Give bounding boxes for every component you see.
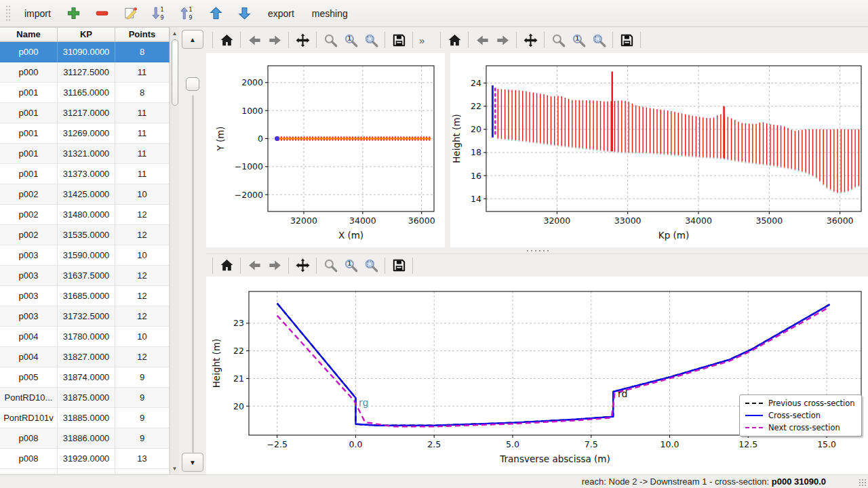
table-cell[interactable]: 8 xyxy=(115,83,170,103)
table-cell[interactable]: 11 xyxy=(115,123,170,144)
table-cell[interactable]: 11 xyxy=(115,62,170,83)
table-cell[interactable]: PontRD10... xyxy=(0,388,58,408)
import-button[interactable]: import xyxy=(20,5,55,22)
table-scrollbar[interactable]: ▲ ▼ xyxy=(170,27,179,474)
table-cell[interactable]: p003 xyxy=(0,245,58,266)
pan-button[interactable] xyxy=(292,30,313,50)
table-cell[interactable]: p003 xyxy=(0,286,58,306)
table-cell[interactable]: p002 xyxy=(0,225,58,245)
table-cell[interactable]: 31535.0000 xyxy=(58,225,115,245)
table-cell[interactable]: p001 xyxy=(0,144,58,164)
table-cell[interactable]: p005 xyxy=(0,367,58,388)
zoom-button[interactable] xyxy=(548,30,568,50)
back-button[interactable] xyxy=(472,30,492,50)
table-cell[interactable]: p004 xyxy=(0,347,58,367)
table-cell[interactable]: 31827.0000 xyxy=(58,347,115,367)
table-cell[interactable]: 31321.0000 xyxy=(58,144,115,164)
table-cell[interactable]: 12 xyxy=(115,286,170,306)
zoom-fit-button[interactable] xyxy=(361,256,381,276)
table-row[interactable]: p00831929.000013 xyxy=(0,449,170,469)
table-cell[interactable]: p002 xyxy=(0,184,58,205)
back-button[interactable] xyxy=(244,256,264,276)
slider-up-button[interactable]: ▲ xyxy=(182,30,203,49)
table-cell[interactable]: 31090.0000 xyxy=(58,42,115,62)
table-cell[interactable]: 12 xyxy=(115,306,170,327)
table-cell[interactable]: p000 xyxy=(0,42,58,62)
table-cell[interactable]: p003 xyxy=(0,306,58,327)
zoom-button[interactable] xyxy=(320,256,340,276)
slider-track[interactable] xyxy=(192,95,194,453)
table-cell[interactable]: 12 xyxy=(115,266,170,286)
slider-down-button[interactable]: ▼ xyxy=(182,453,203,472)
table-row[interactable]: p00331685.000012 xyxy=(0,286,170,306)
table-row-partial[interactable] xyxy=(0,469,170,474)
table-row[interactable]: p00331637.500012 xyxy=(0,266,170,286)
table-cell[interactable]: p004 xyxy=(0,327,58,347)
figure-splitter-vertical[interactable] xyxy=(445,53,450,247)
table-row[interactable]: p00031127.500011 xyxy=(0,62,170,83)
column-header-points[interactable]: Points xyxy=(115,28,170,41)
table-row[interactable]: PontRD101v31885.00009 xyxy=(0,408,170,428)
scrollbar-thumb[interactable] xyxy=(172,39,178,106)
table-cell[interactable]: p008 xyxy=(0,428,58,449)
move-up-button[interactable] xyxy=(207,4,226,23)
table-cell[interactable]: PontRD101v xyxy=(0,408,58,428)
table-row[interactable]: p00131373.000011 xyxy=(0,164,170,184)
table-cell[interactable]: p002 xyxy=(0,205,58,225)
pan-button[interactable] xyxy=(520,30,540,50)
table-cell[interactable]: 11 xyxy=(115,144,170,164)
back-button[interactable] xyxy=(244,30,264,50)
figure-splitter-horizontal[interactable] xyxy=(206,247,868,253)
table-cell[interactable]: 12 xyxy=(115,347,170,367)
table-row[interactable]: p00031090.00008 xyxy=(0,42,170,62)
table-row[interactable]: p00231480.000012 xyxy=(0,205,170,225)
window-resize-grip[interactable] xyxy=(859,479,867,487)
table-cell[interactable]: p000 xyxy=(0,62,58,83)
table-cell[interactable]: 11 xyxy=(115,164,170,184)
table-row[interactable]: p00231535.000012 xyxy=(0,225,170,245)
zoom-one-button[interactable]: 1 xyxy=(340,30,361,50)
table-cell[interactable]: 10 xyxy=(115,184,170,205)
table-cell[interactable]: 9 xyxy=(115,428,170,449)
table-row[interactable]: p00131269.000011 xyxy=(0,123,170,144)
table-row[interactable]: p00431780.000010 xyxy=(0,327,170,347)
table-cell[interactable]: p001 xyxy=(0,103,58,123)
table-cell[interactable]: 31217.0000 xyxy=(58,103,115,123)
sort-ascending-button[interactable]: 19 xyxy=(178,4,197,23)
forward-button[interactable] xyxy=(264,256,285,276)
toolbar-overflow-button[interactable]: » xyxy=(416,35,427,46)
table-cell[interactable]: 31480.0000 xyxy=(58,205,115,225)
table-cell[interactable]: 10 xyxy=(115,245,170,266)
table-cell[interactable]: p001 xyxy=(0,123,58,144)
table-cell[interactable]: 31886.0000 xyxy=(58,428,115,449)
table-row[interactable]: p00831886.00009 xyxy=(0,428,170,449)
scrollbar-down-arrow-icon[interactable]: ▼ xyxy=(170,464,179,473)
table-cell[interactable]: p001 xyxy=(0,164,58,184)
table-cell[interactable]: 11 xyxy=(115,103,170,123)
table-cell[interactable]: 8 xyxy=(115,42,170,62)
table-cell[interactable]: 10 xyxy=(115,327,170,347)
zoom-one-button[interactable]: 1 xyxy=(340,256,361,276)
zoom-fit-button[interactable] xyxy=(361,30,381,50)
table-cell[interactable]: 9 xyxy=(115,388,170,408)
table-cell[interactable]: 31637.5000 xyxy=(58,266,115,286)
table-cell[interactable]: 13 xyxy=(115,449,170,469)
table-cell[interactable]: 31885.0000 xyxy=(58,408,115,428)
table-cell[interactable]: 31929.0000 xyxy=(58,449,115,469)
table-cell[interactable]: 31425.0000 xyxy=(58,184,115,205)
scrollbar-up-arrow-icon[interactable]: ▲ xyxy=(170,28,179,38)
table-row[interactable]: p00131217.000011 xyxy=(0,103,170,123)
plan-view-plot[interactable]: 320003400036000−2000−1000010002000X (m)Y… xyxy=(206,53,445,247)
save-button[interactable] xyxy=(389,256,409,276)
table-cell[interactable]: 31165.0000 xyxy=(58,83,115,103)
table-cell[interactable]: 31875.0000 xyxy=(58,388,115,408)
table-cell[interactable]: 31269.0000 xyxy=(58,123,115,144)
table-cell[interactable]: p008 xyxy=(0,449,58,469)
meshing-button[interactable]: meshing xyxy=(308,5,352,22)
table-cell[interactable]: 31732.5000 xyxy=(58,306,115,327)
table-row[interactable]: PontRD10...31875.00009 xyxy=(0,388,170,408)
table-row[interactable]: p00331732.500012 xyxy=(0,306,170,327)
remove-cross-section-button[interactable] xyxy=(93,4,112,23)
longitudinal-profile-plot[interactable]: 3200033000340003500036000141618202224Kp … xyxy=(450,53,868,247)
zoom-fit-button[interactable] xyxy=(589,30,609,50)
